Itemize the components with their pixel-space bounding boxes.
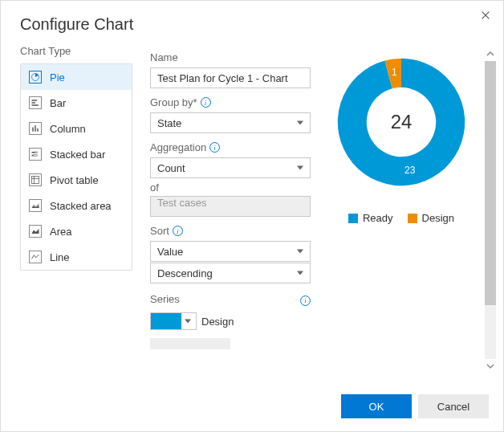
series-label: Series [150,293,180,305]
configure-chart-dialog: Configure Chart Chart Type Pie Bar [0,0,504,432]
chart-type-pie[interactable]: Pie [21,64,132,90]
stacked-bar-icon [29,148,42,161]
chart-type-panel: Chart Type Pie Bar [20,45,132,386]
sort-by-value: Value [157,246,183,258]
of-label: of [150,181,319,194]
chart-preview: 24 23 1 Ready Design [319,45,484,386]
svg-rect-4 [32,128,34,132]
legend-label: Design [422,212,454,224]
svg-rect-5 [35,125,36,132]
chart-type-list: Pie Bar Column [20,63,132,271]
line-icon [29,251,42,263]
svg-rect-2 [32,102,36,104]
chart-type-stacked-bar[interactable]: Stacked bar [21,141,132,167]
svg-rect-11 [32,177,39,184]
series-row-placeholder [150,338,230,349]
info-icon[interactable]: i [173,226,183,236]
dialog-footer: OK Cancel [1,386,503,431]
chevron-up-icon [486,50,494,58]
pivot-table-icon [29,173,42,186]
aggregation-value: Count [157,162,185,174]
svg-rect-3 [32,104,39,106]
sort-direction-select[interactable]: Descending [150,263,311,283]
legend-swatch-icon [348,214,358,223]
series-color-picker[interactable] [150,312,197,330]
svg-rect-1 [32,100,38,101]
legend-item-ready: Ready [348,212,393,224]
of-field: Test cases [150,196,311,217]
pie-icon [29,71,42,84]
svg-rect-10 [34,155,38,157]
chart-type-label-text: Area [50,226,71,238]
scroll-thumb[interactable] [485,61,496,305]
chart-type-label-text: Line [50,251,70,263]
chart-type-pivot-table[interactable]: Pivot table [21,167,132,193]
of-value: Test cases [157,197,206,209]
color-swatch-icon [151,313,181,329]
scrollbar[interactable] [484,45,497,386]
svg-rect-7 [32,152,35,153]
info-icon[interactable]: i [209,142,220,153]
area-icon [29,225,42,238]
series-item-label: Design [201,316,234,328]
svg-rect-9 [32,155,34,157]
chart-type-label-text: Bar [50,97,66,109]
groupby-value: State [157,117,181,129]
form-panel: Name Group by* i State Aggregation i Cou… [150,45,319,386]
dialog-body: Chart Type Pie Bar [1,45,503,386]
scroll-up-button[interactable] [485,48,496,59]
ok-button[interactable]: OK [341,394,412,418]
scroll-track[interactable] [485,61,496,359]
sort-direction-value: Descending [157,267,213,279]
chart-type-area[interactable]: Area [21,218,132,244]
groupby-label: Group by* i [150,96,319,108]
slice-label-ready: 23 [404,165,415,176]
aggregation-label: Aggregation i [150,141,319,153]
aggregation-select[interactable]: Count [150,157,311,178]
legend-item-design: Design [408,212,454,224]
chart-type-bar[interactable]: Bar [21,90,132,116]
bar-icon [29,96,42,109]
chart-type-label-text: Stacked area [50,200,112,212]
svg-rect-6 [37,128,39,132]
scroll-down-button[interactable] [485,361,496,372]
legend-swatch-icon [408,214,417,223]
chart-type-label: Chart Type [20,45,132,57]
close-icon [480,10,491,21]
cancel-button[interactable]: Cancel [418,394,489,418]
chart-type-label-text: Stacked bar [50,149,105,161]
donut-chart: 24 23 1 [329,50,474,194]
info-icon[interactable]: i [201,97,211,108]
svg-rect-8 [35,152,37,153]
series-row: Design [150,312,319,330]
slice-label-design: 1 [392,67,397,78]
chart-type-column[interactable]: Column [21,116,132,141]
chart-type-stacked-area[interactable]: Stacked area [21,193,132,218]
chart-type-label-text: Column [50,123,86,135]
sort-label: Sort i [150,225,319,237]
chart-legend: Ready Design [348,212,454,224]
info-icon[interactable]: i [300,295,311,306]
groupby-select[interactable]: State [150,112,311,133]
name-input[interactable] [150,67,311,88]
name-label: Name [150,51,319,63]
sort-by-select[interactable]: Value [150,241,311,262]
dialog-title: Configure Chart [1,1,503,45]
stacked-area-icon [29,199,42,212]
column-icon [29,122,42,135]
donut-total: 24 [329,50,474,194]
close-button[interactable] [479,9,492,22]
chevron-down-icon [486,362,494,370]
chart-type-label-text: Pie [50,71,65,84]
chart-type-line[interactable]: Line [21,244,132,270]
chart-type-label-text: Pivot table [50,174,99,186]
legend-label: Ready [363,212,393,224]
